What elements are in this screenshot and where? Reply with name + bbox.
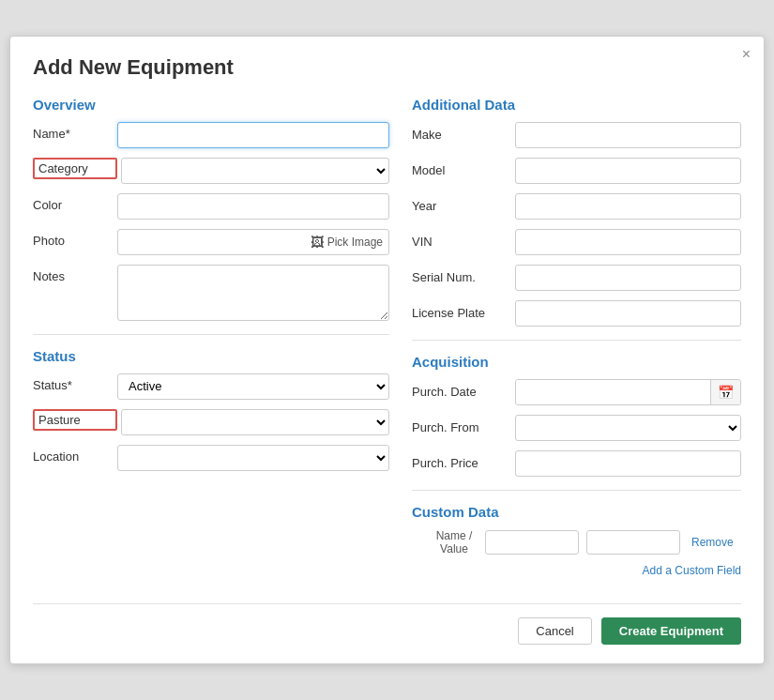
license-input[interactable] (515, 300, 741, 327)
year-label: Year (412, 199, 515, 213)
model-input[interactable] (515, 158, 741, 184)
color-input[interactable] (117, 193, 389, 220)
make-group: Make (412, 122, 741, 148)
name-group: Name* (33, 122, 389, 148)
serial-label: Serial Num. (412, 270, 515, 284)
category-select[interactable] (121, 158, 389, 184)
add-equipment-modal: × Add New Equipment Overview Name* Categ… (9, 36, 765, 665)
license-group: License Plate (412, 300, 741, 327)
custom-section-title: Custom Data (412, 504, 741, 520)
modal-footer: Cancel Create Equipment (33, 603, 741, 645)
remove-link[interactable]: Remove (691, 536, 734, 549)
vin-input[interactable] (515, 229, 741, 255)
custom-name-input[interactable] (485, 530, 579, 555)
pasture-select[interactable] (121, 409, 389, 435)
location-select[interactable] (117, 445, 389, 471)
make-label: Make (412, 128, 515, 142)
location-group: Location (33, 445, 389, 471)
name-label: Name* (33, 122, 117, 141)
pasture-label: Pasture (33, 409, 117, 431)
vin-label: VIN (412, 235, 515, 249)
left-column: Overview Name* Category Color Photo (33, 97, 389, 586)
status-label: Status* (33, 373, 117, 392)
divider-2 (412, 340, 741, 341)
purch-date-label: Purch. Date (412, 385, 515, 399)
create-equipment-button[interactable]: Create Equipment (601, 617, 741, 645)
purch-date-group: Purch. Date 📅 (412, 379, 741, 405)
serial-group: Serial Num. (412, 265, 741, 291)
acquisition-section-title: Acquisition (412, 354, 741, 370)
status-section-title: Status (33, 348, 389, 364)
notes-label: Notes (33, 265, 117, 283)
purch-price-group: Purch. Price (412, 450, 741, 477)
cancel-button[interactable]: Cancel (518, 617, 591, 645)
divider-1 (33, 334, 389, 335)
custom-data-row: Name / Value Remove (412, 529, 741, 556)
purch-date-wrapper: 📅 (515, 379, 741, 405)
color-label: Color (33, 193, 117, 212)
year-group: Year (412, 193, 741, 220)
notes-textarea[interactable] (117, 265, 389, 321)
right-column: Additional Data Make Model Year VIN (412, 97, 741, 586)
location-label: Location (33, 445, 117, 464)
category-group: Category (33, 158, 389, 184)
notes-group: Notes (33, 265, 389, 321)
purch-date-input[interactable] (516, 380, 710, 404)
year-input[interactable] (515, 193, 741, 220)
photo-group: Photo 🖼 Pick Image (33, 229, 389, 255)
model-group: Model (412, 158, 741, 184)
add-custom-field-row: Add a Custom Field (412, 563, 741, 577)
divider-3 (412, 490, 741, 491)
make-input[interactable] (515, 122, 741, 148)
modal-body: Overview Name* Category Color Photo (33, 97, 741, 586)
purch-price-input[interactable] (515, 450, 741, 477)
license-label: License Plate (412, 306, 515, 320)
calendar-icon[interactable]: 📅 (710, 380, 740, 404)
vin-group: VIN (412, 229, 741, 255)
purch-from-select[interactable] (515, 415, 741, 441)
add-custom-field-link[interactable]: Add a Custom Field (643, 564, 741, 577)
status-select[interactable]: Active Inactive Sold Out of Service (117, 373, 389, 400)
pasture-group: Pasture (33, 409, 389, 435)
overview-section-title: Overview (33, 97, 389, 113)
custom-name-value-label: Name / Value (431, 529, 478, 556)
photo-label: Photo (33, 229, 117, 248)
model-label: Model (412, 163, 515, 177)
pick-image-label: Pick Image (327, 236, 383, 249)
name-input[interactable] (117, 122, 389, 148)
status-group: Status* Active Inactive Sold Out of Serv… (33, 373, 389, 400)
close-button[interactable]: × (742, 46, 751, 63)
pick-image-button[interactable]: 🖼 Pick Image (117, 229, 389, 255)
serial-input[interactable] (515, 265, 741, 291)
image-icon: 🖼 (311, 235, 324, 250)
additional-section-title: Additional Data (412, 97, 741, 113)
purch-from-label: Purch. From (412, 420, 515, 434)
purch-from-group: Purch. From (412, 415, 741, 441)
color-group: Color (33, 193, 389, 220)
category-label: Category (33, 158, 117, 179)
custom-value-input[interactable] (586, 530, 680, 555)
purch-price-label: Purch. Price (412, 456, 515, 470)
modal-title: Add New Equipment (33, 55, 741, 80)
